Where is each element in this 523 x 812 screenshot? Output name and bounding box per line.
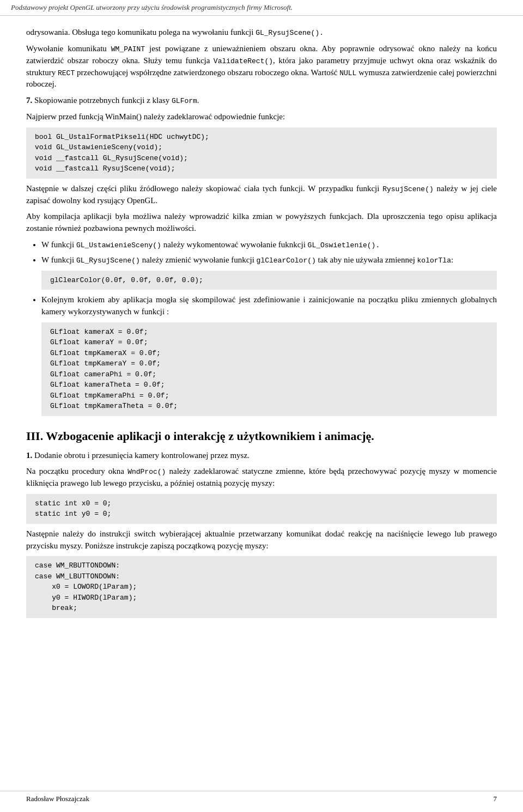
footer-page: 7 [494, 795, 497, 803]
code-block-glclear: glClearColor(0.0f, 0.0f, 0.0f, 0.0); [41, 271, 497, 290]
code-block-static-vars: static int x0 = 0; static int y0 = 0; [26, 494, 497, 524]
code-block-camera-vars: GLfloat kameraX = 0.0f; GLfloat kameraY … [41, 322, 497, 416]
paragraph-odrysowania: odrysowania. Obsługa tego komunikatu pol… [26, 27, 497, 39]
para2-post3: przechowującej współrzędne zatwierdzoneg… [75, 68, 339, 77]
bullet2-post: tak aby nie używała zmiennej [316, 255, 417, 264]
bullet-item-1: W funkcji GL_UstawienieSceny() należy wy… [41, 239, 497, 251]
bullet-list: W funkcji GL_UstawienieSceny() należy wy… [41, 239, 497, 416]
para4-text: Następnie w dalszej części pliku źródłow… [26, 184, 382, 193]
bullet2-post2: : [451, 255, 453, 264]
section7-text-pre: Skopiowanie potrzebnych funkcji z klasy [34, 96, 172, 105]
section7-code: GLForm [172, 97, 197, 105]
bullet2-pre: W funkcji [41, 255, 76, 264]
bullet1-mid: należy wykomentować wywołanie fuknkcji [161, 240, 308, 249]
para3-text: Najpierw przed funkcją WinMain() należy … [26, 112, 285, 121]
page-content: odrysowania. Obsługa tego komunikatu pol… [0, 16, 523, 655]
section3-title: Wzbogacenie aplikacji o interakcję z uży… [46, 429, 374, 443]
bullet2-code3: kolorTla [417, 257, 451, 265]
para1-text: odrysowania. Obsługa tego komunikatu pol… [26, 28, 256, 36]
section3-item1-text: Dodanie obrotu i przesunięcia kamery kon… [34, 451, 250, 460]
bullet2-mid: należy zmienić wywołanie funkcji [140, 255, 257, 264]
header-text: Podstawowy projekt OpenGL utworzony przy… [11, 3, 293, 11]
section3-num: III. [26, 429, 43, 443]
bullet3-text: Kolejnym krokiem aby aplikacja mogła się… [41, 295, 497, 316]
paragraph-nastepnie2: Następnie należy do instrukcji switch wy… [26, 528, 497, 552]
paragraph-wm-paint: Wywołanie komunikatu WM_PAINT jest powią… [26, 43, 497, 90]
para2-code3: RECT [58, 69, 75, 77]
para1-code: GL_RysujScene(). [256, 29, 324, 37]
para7-text: Następnie należy do instrukcji switch wy… [26, 529, 497, 550]
para6-pre: Na początku procedury okna [26, 467, 127, 475]
paragraph-aby-kompilacja: Aby kompilacja aplikacji była możliwa na… [26, 211, 497, 235]
footer-author: Radosław Płoszajczak [26, 795, 89, 803]
section7-text-post: . [197, 96, 199, 105]
bullet1-code1: GL_UstawienieSceny() [76, 241, 161, 249]
para2-code4: NULL [339, 69, 356, 77]
bullet2-code1: GL_RysujScene() [76, 257, 140, 265]
section7-num: 7. [26, 96, 32, 105]
para2-code2: ValidateRect() [214, 57, 273, 65]
para5-text: Aby kompilacja aplikacji była możliwa na… [26, 212, 497, 233]
section3-item1-num: 1. [26, 451, 32, 460]
bullet-item-3: Kolejnym krokiem aby aplikacja mogła się… [41, 294, 497, 416]
section3-heading: III. Wzbogacenie aplikacji o interakcję … [26, 429, 497, 443]
code-block-wm-buttons: case WM_RBUTTONDOWN: case WM_LBUTTONDOWN… [26, 556, 497, 618]
page-footer: Radosław Płoszajczak 7 [0, 791, 523, 807]
para6-code: WndProc() [127, 468, 166, 476]
code-block-declarations: bool GL_UstalFormatPikseli(HDC uchwytDC)… [26, 127, 497, 179]
bullet1-code2: GL_Oswietlenie(). [308, 241, 380, 249]
section3-item1: 1. Dodanie obrotu i przesunięcia kamery … [26, 450, 497, 462]
para2-pre: Wywołanie komunikatu [26, 44, 111, 53]
paragraph-nastepnie: Następnie w dalszej części pliku źródłow… [26, 183, 497, 207]
bullet1-pre: W funkcji [41, 240, 76, 249]
bullet-item-2: W funkcji GL_RysujScene() należy zmienić… [41, 254, 497, 290]
paragraph-na-poczatku: Na początku procedury okna WndProc() nal… [26, 466, 497, 490]
page-header: Podstawowy projekt OpenGL utworzony przy… [0, 0, 523, 16]
para2-code1: WM_PAINT [111, 45, 145, 53]
section7-heading: 7. Skopiowanie potrzebnych funkcji z kla… [26, 95, 497, 107]
bullet2-code2: glClearColor() [257, 257, 316, 265]
para4-code: RysujScene() [382, 185, 434, 193]
paragraph-najpierw: Najpierw przed funkcją WinMain() należy … [26, 111, 497, 123]
